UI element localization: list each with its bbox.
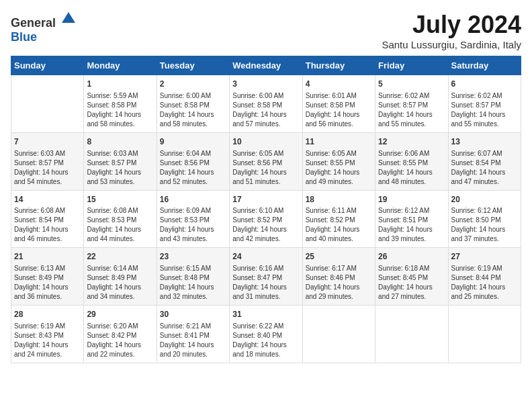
day-cell: 21Sunrise: 6:13 AMSunset: 8:49 PMDayligh… [11,248,84,306]
day-number: 18 [306,194,372,205]
day-info: Sunrise: 6:05 AMSunset: 8:55 PMDaylight:… [306,149,372,187]
day-info: Sunrise: 6:05 AMSunset: 8:56 PMDaylight:… [232,149,299,187]
day-number: 31 [232,309,299,320]
day-number: 11 [306,136,372,148]
day-info: Sunrise: 6:06 AMSunset: 8:55 PMDaylight:… [378,149,445,187]
header-row: SundayMondayTuesdayWednesdayThursdayFrid… [11,56,521,75]
day-cell: 30Sunrise: 6:21 AMSunset: 8:41 PMDayligh… [157,306,229,363]
day-cell: 22Sunrise: 6:14 AMSunset: 8:49 PMDayligh… [84,248,157,306]
header-day-sunday: Sunday [11,56,84,75]
header-day-wednesday: Wednesday [230,56,302,75]
day-number: 10 [232,136,299,148]
day-cell: 27Sunrise: 6:19 AMSunset: 8:44 PMDayligh… [448,248,521,306]
day-info: Sunrise: 6:15 AMSunset: 8:48 PMDaylight:… [160,264,226,302]
svg-marker-0 [62,12,75,23]
day-info: Sunrise: 6:04 AMSunset: 8:56 PMDaylight:… [160,149,226,187]
day-info: Sunrise: 6:16 AMSunset: 8:47 PMDaylight:… [232,264,299,302]
day-cell [11,75,84,133]
day-info: Sunrise: 6:08 AMSunset: 8:53 PMDaylight:… [87,206,153,244]
day-number: 2 [160,79,226,90]
day-cell: 11Sunrise: 6:05 AMSunset: 8:55 PMDayligh… [302,132,375,190]
calendar-header: SundayMondayTuesdayWednesdayThursdayFrid… [11,56,521,75]
week-row-2: 14Sunrise: 6:08 AMSunset: 8:54 PMDayligh… [11,190,521,248]
day-cell: 6Sunrise: 6:02 AMSunset: 8:57 PMDaylight… [448,75,521,133]
logo-blue: Blue [11,30,37,44]
day-cell: 31Sunrise: 6:22 AMSunset: 8:40 PMDayligh… [230,306,302,363]
day-cell [375,306,448,363]
main-title: July 2024 [382,11,521,39]
header-day-friday: Friday [375,56,448,75]
day-info: Sunrise: 6:03 AMSunset: 8:57 PMDaylight:… [87,149,153,187]
day-cell: 7Sunrise: 6:03 AMSunset: 8:57 PMDaylight… [11,132,84,190]
day-cell: 8Sunrise: 6:03 AMSunset: 8:57 PMDaylight… [84,132,157,190]
day-info: Sunrise: 6:14 AMSunset: 8:49 PMDaylight:… [87,264,153,302]
day-info: Sunrise: 6:11 AMSunset: 8:52 PMDaylight:… [306,206,372,244]
day-info: Sunrise: 6:02 AMSunset: 8:57 PMDaylight:… [378,91,445,129]
day-number: 1 [87,79,153,90]
day-cell: 17Sunrise: 6:10 AMSunset: 8:52 PMDayligh… [230,190,302,248]
day-cell: 26Sunrise: 6:18 AMSunset: 8:45 PMDayligh… [375,248,448,306]
day-cell: 1Sunrise: 5:59 AMSunset: 8:58 PMDaylight… [84,75,157,133]
day-info: Sunrise: 6:03 AMSunset: 8:57 PMDaylight:… [14,149,81,187]
day-info: Sunrise: 6:20 AMSunset: 8:42 PMDaylight:… [87,322,153,359]
day-cell: 20Sunrise: 6:12 AMSunset: 8:50 PMDayligh… [448,190,521,248]
day-number: 29 [87,309,153,320]
day-info: Sunrise: 6:18 AMSunset: 8:45 PMDaylight:… [378,264,445,302]
day-info: Sunrise: 6:07 AMSunset: 8:54 PMDaylight:… [451,149,518,187]
day-info: Sunrise: 6:02 AMSunset: 8:57 PMDaylight:… [451,91,518,129]
day-number: 23 [160,251,226,263]
day-cell: 14Sunrise: 6:08 AMSunset: 8:54 PMDayligh… [11,190,84,248]
day-number: 15 [87,194,153,205]
day-number: 3 [232,79,299,90]
day-number: 12 [378,136,445,148]
day-number: 7 [14,136,81,148]
day-info: Sunrise: 6:12 AMSunset: 8:51 PMDaylight:… [378,206,445,244]
week-row-3: 21Sunrise: 6:13 AMSunset: 8:49 PMDayligh… [11,248,521,306]
day-info: Sunrise: 6:13 AMSunset: 8:49 PMDaylight:… [14,264,81,302]
day-info: Sunrise: 6:19 AMSunset: 8:44 PMDaylight:… [451,264,518,302]
day-info: Sunrise: 6:17 AMSunset: 8:46 PMDaylight:… [306,264,372,302]
week-row-4: 28Sunrise: 6:19 AMSunset: 8:43 PMDayligh… [11,306,521,363]
day-cell: 18Sunrise: 6:11 AMSunset: 8:52 PMDayligh… [302,190,375,248]
day-cell: 10Sunrise: 6:05 AMSunset: 8:56 PMDayligh… [230,132,302,190]
day-cell: 4Sunrise: 6:01 AMSunset: 8:58 PMDaylight… [302,75,375,133]
day-cell: 15Sunrise: 6:08 AMSunset: 8:53 PMDayligh… [84,190,157,248]
day-number: 16 [160,194,226,205]
day-number: 6 [451,79,518,90]
day-number: 20 [451,194,518,205]
day-info: Sunrise: 5:59 AMSunset: 8:58 PMDaylight:… [87,91,153,129]
day-number: 30 [160,309,226,320]
day-info: Sunrise: 6:09 AMSunset: 8:53 PMDaylight:… [160,206,226,244]
day-cell: 28Sunrise: 6:19 AMSunset: 8:43 PMDayligh… [11,306,84,363]
day-cell: 13Sunrise: 6:07 AMSunset: 8:54 PMDayligh… [448,132,521,190]
day-cell: 25Sunrise: 6:17 AMSunset: 8:46 PMDayligh… [302,248,375,306]
day-info: Sunrise: 6:00 AMSunset: 8:58 PMDaylight:… [160,91,226,129]
day-number: 28 [14,309,81,320]
calendar-table: SundayMondayTuesdayWednesdayThursdayFrid… [11,56,521,363]
day-info: Sunrise: 6:12 AMSunset: 8:50 PMDaylight:… [451,206,518,244]
calendar-body: 1Sunrise: 5:59 AMSunset: 8:58 PMDaylight… [11,75,521,363]
day-info: Sunrise: 6:19 AMSunset: 8:43 PMDaylight:… [14,322,81,359]
day-cell: 16Sunrise: 6:09 AMSunset: 8:53 PMDayligh… [157,190,229,248]
day-cell: 24Sunrise: 6:16 AMSunset: 8:47 PMDayligh… [230,248,302,306]
day-cell: 29Sunrise: 6:20 AMSunset: 8:42 PMDayligh… [84,306,157,363]
subtitle: Santu Lussurgiu, Sardinia, Italy [382,39,521,50]
day-info: Sunrise: 6:00 AMSunset: 8:58 PMDaylight:… [232,91,299,129]
day-number: 13 [451,136,518,148]
day-cell: 19Sunrise: 6:12 AMSunset: 8:51 PMDayligh… [375,190,448,248]
header-day-monday: Monday [84,56,157,75]
day-number: 19 [378,194,445,205]
day-number: 22 [87,251,153,263]
day-number: 17 [232,194,299,205]
week-row-0: 1Sunrise: 5:59 AMSunset: 8:58 PMDaylight… [11,75,521,133]
logo-icon [60,11,77,27]
logo: General Blue [11,11,77,44]
header-day-tuesday: Tuesday [157,56,229,75]
day-cell: 12Sunrise: 6:06 AMSunset: 8:55 PMDayligh… [375,132,448,190]
day-info: Sunrise: 6:22 AMSunset: 8:40 PMDaylight:… [232,322,299,359]
day-info: Sunrise: 6:01 AMSunset: 8:58 PMDaylight:… [306,91,372,129]
day-cell: 9Sunrise: 6:04 AMSunset: 8:56 PMDaylight… [157,132,229,190]
day-number: 4 [306,79,372,90]
title-area: July 2024 Santu Lussurgiu, Sardinia, Ita… [382,11,521,50]
day-info: Sunrise: 6:08 AMSunset: 8:54 PMDaylight:… [14,206,81,244]
